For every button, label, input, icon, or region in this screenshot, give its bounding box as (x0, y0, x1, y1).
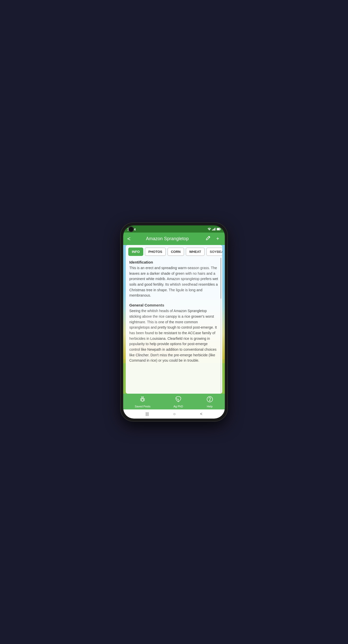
phone-screen: 13:04 (123, 225, 225, 419)
scroll-content[interactable]: Identification This is an erect and spre… (126, 258, 222, 394)
tab-info[interactable]: INFO (128, 248, 143, 256)
nav-ag-phd-label: Ag PhD (173, 405, 183, 408)
phone-frame: 13:04 (121, 223, 227, 421)
nav-help-label: Help (207, 405, 213, 408)
battery-icon (217, 228, 221, 231)
svg-line-25 (144, 401, 145, 401)
scrollbar-thumb[interactable] (220, 258, 221, 299)
nav-ag-phd[interactable]: Ag PhD (173, 396, 183, 408)
page-title: Amazon Sprangletop (131, 236, 204, 241)
svg-rect-7 (217, 228, 220, 230)
tabs-row: INFO PHOTOS CORN WHEAT SOYBEANS (126, 245, 222, 258)
tab-soybeans[interactable]: SOYBEANS (206, 248, 222, 256)
signal-icon (212, 228, 216, 231)
svg-point-0 (209, 230, 210, 230)
tab-photos[interactable]: PHOTOS (145, 248, 166, 256)
camera-notch (128, 226, 134, 232)
bug-icon (139, 396, 146, 404)
white-panel: INFO PHOTOS CORN WHEAT SOYBEANS Identifi… (126, 245, 222, 394)
svg-point-30 (209, 400, 210, 401)
leaf-icon (175, 396, 182, 404)
nav-help[interactable]: Help (206, 396, 213, 408)
svg-line-23 (144, 398, 145, 399)
tab-wheat[interactable]: WHEAT (186, 248, 205, 256)
nav-saved-pests[interactable]: Saved Pests (135, 396, 150, 408)
svg-line-20 (140, 398, 141, 399)
svg-line-19 (143, 396, 144, 397)
android-bar: ||| ○ < (123, 409, 225, 419)
android-home[interactable]: ○ (173, 412, 176, 416)
edit-button[interactable] (204, 235, 212, 242)
section2-title: General Comments (129, 303, 219, 307)
bottom-nav: Saved Pests Ag PhD (123, 394, 225, 409)
svg-rect-2 (213, 229, 214, 231)
nav-saved-pests-label: Saved Pests (135, 405, 150, 408)
section2-body: Seeing the whitish heads of Amazon Spran… (129, 308, 219, 363)
status-bar: 13:04 (123, 225, 225, 233)
section1-body: This is an erect and spreading warm-seas… (129, 265, 219, 298)
content-area: INFO PHOTOS CORN WHEAT SOYBEANS Identifi… (123, 245, 225, 394)
android-back[interactable]: < (200, 412, 202, 416)
tab-corn[interactable]: CORN (167, 248, 184, 256)
section1-title: Identification (129, 260, 219, 264)
svg-rect-6 (220, 228, 221, 229)
svg-rect-4 (215, 228, 216, 231)
add-button[interactable]: + (215, 235, 221, 242)
svg-line-22 (140, 401, 141, 401)
svg-line-18 (141, 396, 142, 397)
back-button[interactable]: < (127, 236, 131, 242)
svg-line-24 (144, 400, 145, 400)
android-recent[interactable]: ||| (146, 412, 149, 416)
question-icon (206, 396, 213, 404)
status-icons (208, 228, 221, 231)
header: < Amazon Sprangletop + (123, 233, 225, 245)
svg-line-21 (140, 400, 141, 400)
scrollbar-track[interactable] (220, 258, 221, 394)
wifi-icon (208, 228, 211, 231)
svg-rect-3 (214, 228, 215, 231)
svg-rect-1 (212, 230, 213, 231)
